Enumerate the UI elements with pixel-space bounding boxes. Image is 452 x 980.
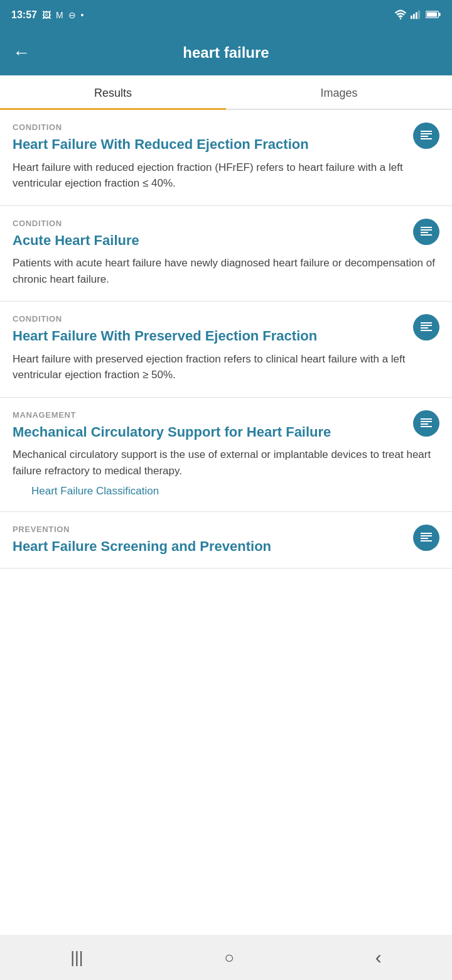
status-left: 13:57 🖼 M ⊖ •: [11, 9, 84, 21]
status-right: [394, 9, 441, 21]
result-category-2: CONDITION: [13, 219, 439, 228]
result-item-3[interactable]: CONDITION Heart Failure With Preserved E…: [0, 302, 452, 398]
tabs-container: Results Images: [0, 75, 452, 110]
svg-rect-3: [416, 12, 417, 19]
gmail-icon: M: [56, 10, 63, 20]
svg-rect-4: [418, 10, 420, 19]
svg-point-0: [400, 18, 402, 19]
dot-icon: •: [81, 10, 84, 20]
result-title-5: Heart Failure Screening and Prevention: [13, 538, 439, 555]
list-icon-4: [413, 410, 439, 437]
block-icon: ⊖: [68, 10, 76, 20]
result-desc-2: Patients with acute heart failure have n…: [13, 255, 439, 287]
list-icon-3: [413, 314, 439, 340]
nav-home-button[interactable]: ○: [224, 948, 234, 967]
back-button[interactable]: ←: [13, 43, 30, 63]
sub-link-4[interactable]: Heart Failure Classification: [13, 485, 159, 498]
svg-rect-7: [427, 12, 437, 16]
status-bar: 13:57 🖼 M ⊖ •: [0, 0, 452, 30]
result-title-3: Heart Failure With Preserved Ejection Fr…: [13, 327, 439, 345]
tab-images[interactable]: Images: [226, 75, 452, 109]
list-icon-1: [413, 122, 439, 149]
result-desc-3: Heart failure with preserved ejection fr…: [13, 351, 439, 383]
photo-icon: 🖼: [42, 10, 51, 20]
result-title-4: Mechanical Circulatory Support for Heart…: [13, 423, 439, 441]
result-item-2[interactable]: CONDITION Acute Heart Failure Patients w…: [0, 206, 452, 302]
wifi-icon: [394, 9, 407, 21]
result-category-1: CONDITION: [13, 122, 439, 132]
result-category-5: PREVENTION: [13, 525, 439, 534]
bottom-nav: ||| ○ ‹: [0, 935, 452, 980]
result-desc-1: Heart failure with reduced ejection frac…: [13, 160, 439, 192]
status-time: 13:57: [11, 9, 37, 21]
result-item-4[interactable]: MANAGEMENT Mechanical Circulatory Suppor…: [0, 398, 452, 513]
app-bar: ← heart failure: [0, 30, 452, 75]
nav-back-button[interactable]: ‹: [375, 947, 382, 968]
result-title-2: Acute Heart Failure: [13, 232, 439, 249]
battery-icon: [426, 10, 441, 21]
nav-recents-button[interactable]: |||: [70, 948, 83, 967]
list-icon-5: [413, 525, 439, 551]
svg-rect-1: [411, 15, 412, 18]
result-item-5[interactable]: PREVENTION Heart Failure Screening and P…: [0, 512, 452, 569]
page-title: heart failure: [43, 44, 409, 62]
svg-rect-6: [439, 13, 441, 16]
result-title-1: Heart Failure With Reduced Ejection Frac…: [13, 136, 439, 153]
results-list: CONDITION Heart Failure With Reduced Eje…: [0, 110, 452, 569]
result-category-3: CONDITION: [13, 314, 439, 324]
list-icon-2: [413, 219, 439, 245]
result-item-1[interactable]: CONDITION Heart Failure With Reduced Eje…: [0, 110, 452, 206]
svg-rect-2: [413, 14, 415, 19]
tab-results[interactable]: Results: [0, 75, 226, 109]
result-category-4: MANAGEMENT: [13, 410, 439, 420]
signal-icon: [411, 9, 422, 21]
result-desc-4: Mechanical circulatory support is the us…: [13, 447, 439, 479]
